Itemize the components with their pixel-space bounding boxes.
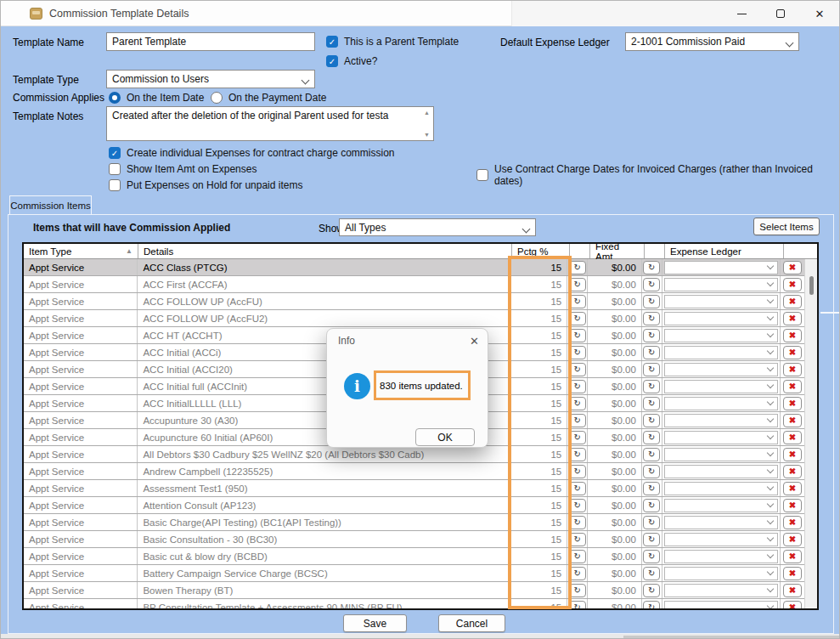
cell-pctg[interactable]: 15 — [510, 599, 567, 608]
cell-fixed-amt[interactable]: $0.00 — [588, 327, 642, 343]
cell-pctg[interactable]: 15 — [510, 395, 567, 411]
delete-row-button[interactable]: ✖ — [783, 363, 802, 376]
cell-pctg[interactable]: 15 — [510, 344, 567, 360]
column-header-expense-ledger[interactable]: Expense Ledger — [665, 244, 784, 258]
default-expense-ledger-select[interactable]: 2-1001 Commission Paid — [625, 32, 799, 51]
apply-pctg-to-all-button[interactable]: ↻ — [569, 346, 586, 359]
table-row[interactable]: Appt ServiceBasic Charge(API Testing) (B… — [24, 514, 804, 531]
expense-ledger-select[interactable] — [664, 312, 778, 325]
cell-pctg[interactable]: 15 — [510, 497, 567, 513]
apply-fixed-to-all-button[interactable]: ↻ — [643, 533, 660, 546]
save-button[interactable]: Save — [343, 614, 407, 632]
apply-pctg-to-all-button[interactable]: ↻ — [569, 499, 586, 512]
delete-row-button[interactable]: ✖ — [783, 278, 802, 291]
expense-ledger-select[interactable] — [664, 363, 778, 376]
apply-fixed-to-all-button[interactable]: ↻ — [643, 312, 660, 325]
expense-ledger-select[interactable] — [664, 499, 778, 512]
apply-fixed-to-all-button[interactable]: ↻ — [643, 346, 660, 359]
apply-fixed-to-all-button[interactable]: ↻ — [643, 567, 660, 580]
ok-button[interactable]: OK — [415, 428, 475, 446]
cell-fixed-amt[interactable]: $0.00 — [588, 276, 642, 292]
apply-fixed-to-all-button[interactable]: ↻ — [643, 465, 660, 478]
template-notes-textarea[interactable]: Created after the deletion of the origin… — [106, 106, 434, 141]
column-header-item-type[interactable]: Item Type ▲ — [24, 244, 138, 258]
apply-fixed-to-all-button[interactable]: ↻ — [643, 397, 660, 410]
delete-row-button[interactable]: ✖ — [783, 312, 802, 325]
expense-ledger-select[interactable] — [664, 380, 778, 393]
delete-row-button[interactable]: ✖ — [783, 295, 802, 308]
cell-fixed-amt[interactable]: $0.00 — [588, 412, 642, 428]
table-row[interactable]: Appt ServiceACC First (ACCFA)15↻$0.00↻✖ — [24, 276, 804, 293]
info-dialog-close-icon[interactable]: ✕ — [470, 335, 479, 348]
table-row[interactable]: Appt ServiceAndrew Campbell (12235525)15… — [24, 463, 804, 480]
expense-ledger-select[interactable] — [664, 346, 778, 359]
apply-fixed-to-all-button[interactable]: ↻ — [643, 516, 660, 529]
apply-pctg-to-all-button[interactable]: ↻ — [569, 601, 586, 609]
delete-row-button[interactable]: ✖ — [783, 261, 802, 274]
apply-pctg-to-all-button[interactable]: ↻ — [569, 465, 586, 478]
cell-pctg[interactable]: 15 — [510, 259, 567, 275]
apply-fixed-to-all-button[interactable]: ↻ — [643, 278, 660, 291]
minimize-button[interactable] — [723, 1, 760, 26]
expense-ledger-select[interactable] — [664, 278, 778, 291]
apply-pctg-to-all-button[interactable]: ↻ — [569, 329, 586, 342]
cell-pctg[interactable]: 15 — [510, 548, 567, 564]
apply-pctg-to-all-button[interactable]: ↻ — [569, 533, 586, 546]
template-type-select[interactable]: Commission to Users — [106, 70, 315, 88]
select-items-button[interactable]: Select Items — [753, 218, 820, 235]
cell-fixed-amt[interactable]: $0.00 — [588, 310, 642, 326]
delete-row-button[interactable]: ✖ — [783, 499, 802, 512]
apply-fixed-to-all-button[interactable]: ↻ — [643, 584, 660, 597]
column-header-pctg[interactable]: Pctg % — [512, 244, 570, 258]
apply-fixed-to-all-button[interactable]: ↻ — [643, 550, 660, 563]
expense-ledger-select[interactable] — [664, 465, 778, 478]
cell-pctg[interactable]: 15 — [510, 429, 567, 445]
delete-row-button[interactable]: ✖ — [783, 414, 802, 427]
cell-pctg[interactable]: 15 — [510, 463, 567, 479]
expense-ledger-select[interactable] — [664, 295, 778, 308]
apply-fixed-to-all-button[interactable]: ↻ — [643, 414, 660, 427]
cell-fixed-amt[interactable]: $0.00 — [588, 344, 642, 360]
cell-pctg[interactable]: 15 — [510, 582, 567, 598]
radio-on-item-date[interactable]: On the Item Date — [109, 92, 204, 104]
expense-ledger-select[interactable] — [664, 584, 778, 597]
apply-fixed-to-all-button[interactable]: ↻ — [643, 448, 660, 461]
expense-ledger-select[interactable] — [664, 550, 778, 563]
delete-row-button[interactable]: ✖ — [783, 482, 802, 495]
cell-pctg[interactable]: 15 — [510, 514, 567, 530]
cell-fixed-amt[interactable]: $0.00 — [588, 293, 642, 309]
table-row[interactable]: Appt ServiceAll Debtors $30 Cadbury $25 … — [24, 446, 804, 463]
delete-row-button[interactable]: ✖ — [783, 431, 802, 444]
apply-pctg-to-all-button[interactable]: ↻ — [569, 380, 586, 393]
tab-commission-items[interactable]: Commission Items — [9, 195, 92, 215]
apply-pctg-to-all-button[interactable]: ↻ — [569, 448, 586, 461]
cell-fixed-amt[interactable]: $0.00 — [588, 497, 642, 513]
cancel-button[interactable]: Cancel — [438, 614, 505, 632]
template-name-input[interactable]: Parent Template — [106, 32, 315, 51]
apply-fixed-to-all-button[interactable]: ↻ — [643, 295, 660, 308]
cell-fixed-amt[interactable]: $0.00 — [588, 548, 642, 564]
delete-row-button[interactable]: ✖ — [783, 397, 802, 410]
apply-pctg-to-all-button[interactable]: ↻ — [569, 516, 586, 529]
expense-ledger-select[interactable] — [664, 329, 778, 342]
use-contract-charge-dates-checkbox[interactable]: ✓ Use Contract Charge Dates for Invoiced… — [476, 163, 839, 187]
column-header-fixed-amt[interactable]: Fixed Amt — [590, 244, 645, 258]
cell-fixed-amt[interactable]: $0.00 — [588, 480, 642, 496]
cell-pctg[interactable]: 15 — [510, 293, 567, 309]
delete-row-button[interactable]: ✖ — [783, 533, 802, 546]
delete-row-button[interactable]: ✖ — [783, 448, 802, 461]
close-button[interactable]: ✕ — [801, 1, 838, 26]
apply-pctg-to-all-button[interactable]: ↻ — [569, 397, 586, 410]
cell-pctg[interactable]: 15 — [510, 378, 567, 394]
apply-pctg-to-all-button[interactable]: ↻ — [569, 363, 586, 376]
cell-fixed-amt[interactable]: $0.00 — [588, 599, 642, 608]
grid-vertical-scrollbar[interactable] — [804, 259, 817, 608]
table-row[interactable]: Appt ServiceBasic cut & blow dry (BCBD)1… — [24, 548, 804, 565]
expense-ledger-select[interactable] — [664, 448, 778, 461]
cell-fixed-amt[interactable]: $0.00 — [588, 259, 642, 275]
cell-fixed-amt[interactable]: $0.00 — [588, 446, 642, 462]
column-header-details[interactable]: Details — [138, 244, 512, 258]
cell-fixed-amt[interactable]: $0.00 — [588, 429, 642, 445]
table-row[interactable]: Appt ServiceAssessment Test1 (950)15↻$0.… — [24, 480, 804, 497]
apply-fixed-to-all-button[interactable]: ↻ — [643, 499, 660, 512]
